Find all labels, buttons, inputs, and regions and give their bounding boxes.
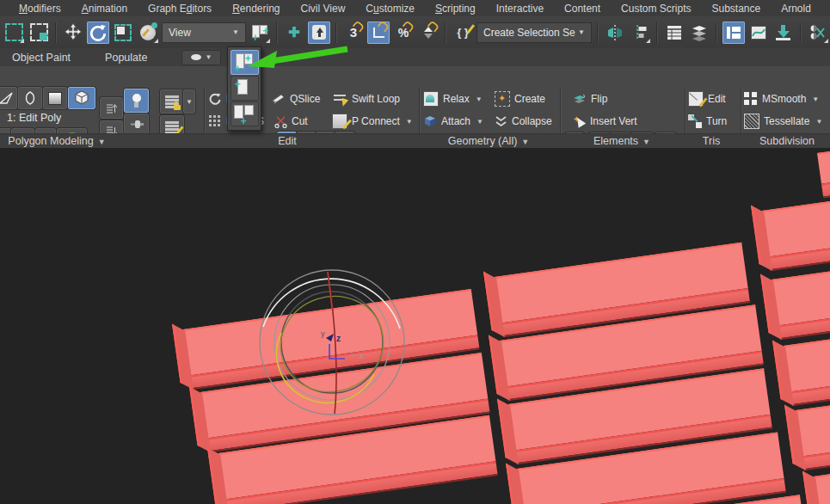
pin-stack-button[interactable] — [124, 114, 149, 134]
menu-item-content[interactable]: Content — [564, 3, 600, 15]
flip-button[interactable]: Flip — [572, 89, 607, 108]
tab-populate[interactable]: Populate — [105, 52, 147, 64]
select-and-rotate-button[interactable] — [87, 22, 109, 44]
panel-label-tris[interactable]: Tris — [703, 135, 720, 147]
menu-item-scripting[interactable]: Scripting — [435, 3, 476, 15]
menu-item-animation[interactable]: Animation — [82, 3, 127, 15]
panel-label-elements[interactable]: Elements▼ — [593, 135, 650, 147]
edit-named-selection-sets-button[interactable]: { } — [452, 22, 474, 44]
rectangular-selection-region-button[interactable] — [3, 22, 25, 44]
select-and-place-button[interactable] — [137, 22, 159, 44]
panel-label-subdivision[interactable]: Subdivision — [759, 135, 815, 147]
scene-explorer-icon — [691, 24, 708, 41]
named-selection-set-value: Create Selection Se — [483, 27, 575, 39]
roof-strip[interactable] — [796, 402, 830, 471]
gizmo-axis-lines — [329, 344, 345, 359]
menu-item-interactive[interactable]: Interactive — [496, 3, 544, 15]
toggle-ribbon-button[interactable] — [722, 22, 745, 44]
schematic-view-button[interactable] — [772, 22, 795, 44]
menu-item-civil-view[interactable]: Civil View — [301, 3, 346, 15]
manipulate-icon: ✚ — [288, 24, 299, 40]
menu-item-arnold[interactable]: Arnold — [781, 3, 811, 15]
tris-turn-button[interactable]: Turn — [688, 112, 727, 131]
panel-label-edit[interactable]: Edit — [278, 135, 297, 147]
toolbar-separator — [800, 22, 802, 43]
p-connect-button[interactable]: P Connect▼ — [332, 112, 413, 131]
roof-strip[interactable] — [772, 267, 830, 340]
qslice-button[interactable]: QSlice — [272, 89, 320, 108]
align-button[interactable] — [629, 22, 651, 44]
keyboard-shortcut-override-button[interactable] — [308, 22, 330, 44]
attach-button[interactable]: Attach▼ — [423, 112, 483, 131]
msmooth-button[interactable]: MSmooth▼ — [744, 89, 819, 108]
viewport[interactable]: y z x — [0, 148, 830, 504]
relax-button[interactable]: Relax▼ — [423, 89, 483, 108]
show-end-result-button[interactable] — [124, 89, 149, 113]
snap-toggle-3d-button[interactable]: 3 — [342, 22, 365, 44]
roof-strip[interactable] — [814, 470, 830, 504]
next-modifier-button[interactable] — [100, 97, 123, 119]
tris-edit-button[interactable]: Edit — [688, 89, 726, 108]
select-and-scale-button[interactable] — [112, 22, 134, 44]
menu-item-customize[interactable]: Customize — [366, 3, 415, 15]
ribbon-icon — [725, 24, 742, 41]
curve-editor-button[interactable] — [747, 22, 770, 44]
create-button[interactable]: ✦ Create — [495, 89, 545, 108]
locked-grid-button[interactable] — [160, 89, 184, 114]
menu-item-substance[interactable]: Substance — [711, 3, 760, 15]
panel-label-geometry[interactable]: Geometry (All)▼ — [448, 135, 530, 147]
menu-item-custom-scripts[interactable]: Custom Scripts — [621, 3, 691, 15]
repeat-icon — [208, 92, 222, 106]
toggle-scene-explorer-button[interactable] — [688, 22, 710, 44]
roof-strip[interactable] — [762, 198, 830, 272]
select-and-manipulate-button[interactable]: ✚ — [283, 22, 305, 44]
percent-snap-toggle-button[interactable]: % — [392, 22, 415, 44]
subobject-border-button[interactable] — [43, 87, 67, 109]
material-editor-button[interactable] — [807, 22, 829, 44]
collapse-button[interactable]: Collapse — [495, 112, 552, 131]
place-icon — [140, 25, 156, 40]
chevron-down-icon: ▼ — [812, 95, 819, 103]
panel-label-polygon-modeling[interactable]: Polygon Modeling▼ — [8, 135, 105, 147]
insert-vert-button[interactable]: ✦ Insert Vert — [572, 112, 637, 131]
select-and-move-button[interactable] — [62, 22, 84, 44]
ribbon: Object Paint Populate ▼ 1: Edit Poly — [0, 48, 830, 148]
angle-snap-toggle-button[interactable] — [367, 22, 390, 44]
chevron-down-icon: ▼ — [642, 138, 650, 146]
chevron-down-icon: ▼ — [232, 28, 239, 36]
spinner-snap-toggle-button[interactable] — [417, 22, 440, 44]
nurms-grid-icon — [208, 114, 222, 128]
rotate-gizmo[interactable]: y z x — [255, 262, 409, 422]
roof-strip[interactable] — [784, 335, 830, 406]
subobject-polygon-button[interactable] — [68, 87, 95, 109]
tessellate-button[interactable]: Tessellate▼ — [744, 112, 822, 131]
select-region-mode-button[interactable] — [28, 22, 50, 44]
swift-loop-icon — [334, 92, 347, 106]
flip-icon — [572, 93, 587, 106]
select-region-icon — [30, 23, 48, 41]
chevron-down-icon: ▼ — [406, 118, 413, 126]
menu-item-graph-editors[interactable]: Graph Editors — [148, 3, 212, 15]
chevron-down-icon: ▼ — [815, 118, 822, 126]
subobject-vertex-button[interactable] — [0, 87, 17, 109]
use-selection-center-option[interactable]: + + — [231, 50, 259, 75]
minimize-ribbon-button[interactable]: ▼ — [181, 50, 221, 65]
menu-item-rendering[interactable]: Rendering — [232, 3, 280, 15]
menu-item-modifiers[interactable]: Modifiers — [19, 3, 61, 15]
use-transform-coordinate-center-option[interactable]: + — [231, 101, 259, 126]
cut-button[interactable]: Cut — [274, 112, 308, 131]
use-pivot-point-center-option[interactable]: + — [231, 76, 259, 101]
locked-grid-dropdown[interactable]: ▼ — [183, 89, 195, 114]
toggle-layer-explorer-button[interactable] — [663, 22, 686, 44]
subobject-edge-button[interactable] — [18, 87, 42, 109]
use-center-flyout-button[interactable]: + + — [249, 22, 271, 44]
tab-object-paint[interactable]: Object Paint — [12, 52, 71, 64]
named-selection-set-field[interactable]: Create Selection Se ▼ — [476, 22, 592, 43]
mirror-button[interactable] — [604, 22, 626, 44]
chevron-down-icon: ▼ — [205, 53, 212, 61]
roof-strip[interactable] — [817, 148, 830, 198]
ribbon-tab-bar: Object Paint Populate ▼ — [0, 48, 830, 66]
reference-coordinate-system-dropdown[interactable]: View ▼ — [162, 22, 246, 43]
swift-loop-button[interactable]: Swift Loop — [334, 89, 400, 108]
collapse-icon — [495, 115, 507, 128]
